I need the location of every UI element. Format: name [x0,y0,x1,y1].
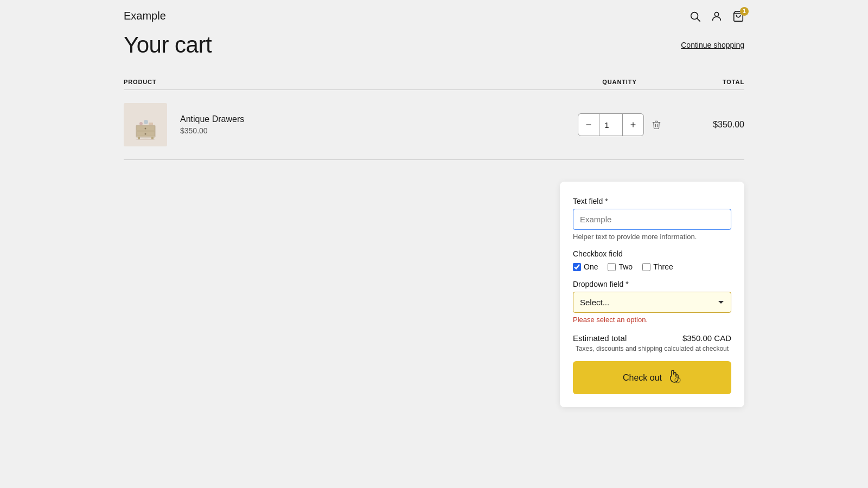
dropdown-field-select[interactable]: Select... Option 1 Option 2 Option 3 [573,292,731,313]
product-image [124,103,167,146]
text-field-helper: Helper text to provide more information. [573,233,731,241]
checkbox-items: One Two Three [573,262,731,271]
svg-line-1 [697,18,700,21]
product-name: Antique Drawers [180,114,244,124]
estimated-total-label: Estimated total [573,333,627,343]
main-content: Your cart Continue shopping PRODUCT QUAN… [0,32,868,407]
page-title: Your cart [124,32,212,58]
checkbox-item-one[interactable]: One [573,262,598,271]
checkout-button-label: Check out [623,373,662,383]
cursor-svg [667,369,681,384]
svg-point-12 [139,122,143,125]
estimated-total-value: $350.00 CAD [682,333,731,343]
checkbox-field-label: Checkbox field [573,249,731,258]
search-icon [689,10,701,22]
page-title-row: Your cart Continue shopping [124,32,744,58]
quantity-input[interactable] [599,114,623,136]
delete-item-button[interactable] [652,120,661,130]
text-field-group: Text field * Helper text to provide more… [573,197,731,241]
estimated-total-row: Estimated total $350.00 CAD [573,333,731,343]
checkout-panel: Text field * Helper text to provide more… [124,182,744,407]
svg-point-9 [144,133,146,134]
search-button[interactable] [689,10,701,22]
svg-rect-14 [149,123,153,125]
site-logo: Example [124,10,166,22]
checkbox-field-group: Checkbox field One Two Three [573,249,731,271]
svg-point-8 [144,127,146,129]
checkbox-item-three[interactable]: Three [642,262,673,271]
minus-icon [585,121,592,129]
checkbox-two-input[interactable] [608,263,616,271]
checkbox-three-label: Three [653,262,673,271]
cart-button[interactable]: 1 [732,10,744,22]
continue-shopping-button[interactable]: Continue shopping [681,41,744,49]
text-field-label: Text field * [573,197,731,206]
column-quantity: QUANTITY [560,79,679,85]
quantity-stepper [560,113,679,136]
cart-badge: 1 [740,7,749,16]
dropdown-field-label: Dropdown field * [573,280,731,288]
checkbox-two-label: Two [618,262,633,271]
checkbox-three-input[interactable] [642,263,650,271]
account-button[interactable] [711,10,723,22]
cart-item-product: Antique Drawers $350.00 [124,103,560,146]
cursor-icon [667,369,681,387]
svg-point-13 [144,120,148,124]
account-icon [711,10,723,22]
product-thumbnail-svg [128,110,163,140]
product-price: $350.00 [180,126,244,135]
plus-icon [629,121,637,129]
checkout-card: Text field * Helper text to provide more… [560,182,744,407]
checkbox-one-input[interactable] [573,263,581,271]
dropdown-field-group: Dropdown field * Select... Option 1 Opti… [573,280,731,324]
text-field-input[interactable] [573,209,731,230]
svg-point-2 [714,12,718,16]
table-row: Antique Drawers $350.00 [124,90,744,160]
taxes-note: Taxes, discounts and shipping calculated… [573,345,731,352]
header: Example 1 [0,0,868,32]
dropdown-error-message: Please select an option. [573,316,731,324]
cart-table: PRODUCT QUANTITY TOTAL [124,74,744,160]
product-info: Antique Drawers $350.00 [180,114,244,135]
column-total: TOTAL [679,79,744,85]
quantity-decrease-button[interactable] [578,114,599,136]
quantity-increase-button[interactable] [623,114,643,136]
checkbox-item-two[interactable]: Two [608,262,633,271]
trash-icon [652,120,661,130]
header-icons: 1 [689,10,744,22]
cart-table-header: PRODUCT QUANTITY TOTAL [124,74,744,90]
quantity-control [578,113,644,136]
item-total: $350.00 [679,120,744,130]
checkout-button[interactable]: Check out [573,361,731,394]
column-product: PRODUCT [124,79,560,85]
checkbox-one-label: One [584,262,598,271]
